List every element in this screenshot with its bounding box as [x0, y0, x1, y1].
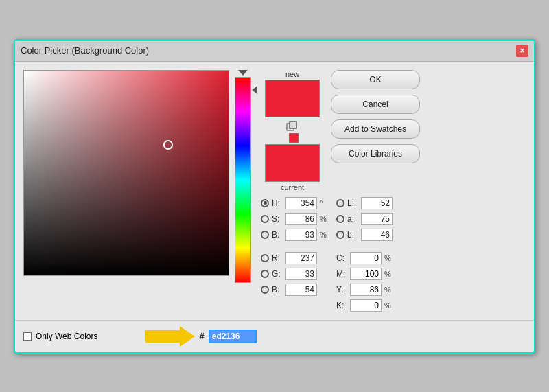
fields-area: H: ° S: % B: %	[261, 197, 394, 312]
radio-l[interactable]	[336, 199, 344, 207]
input-m[interactable]	[350, 268, 382, 280]
field-y: Y: %	[336, 284, 394, 296]
label-k: K:	[336, 301, 347, 310]
hsb-rgb-fields: H: ° S: % B: %	[261, 197, 329, 296]
hex-area: #	[145, 326, 256, 347]
radio-a[interactable]	[336, 215, 344, 223]
hash-symbol: #	[199, 331, 204, 341]
only-web-colors-label: Only Web Colors	[36, 332, 97, 341]
label-c: C:	[336, 253, 347, 263]
radio-b3[interactable]	[336, 231, 344, 239]
lab-cmyk-fields: L: a: b: C:	[336, 197, 394, 312]
input-g[interactable]	[285, 268, 317, 280]
dialog-body: new current	[15, 62, 534, 320]
radio-s[interactable]	[261, 215, 269, 223]
radio-b2[interactable]	[261, 286, 269, 294]
label-y: Y:	[336, 285, 347, 295]
unit-h: °	[320, 199, 329, 207]
field-m: M: %	[336, 268, 394, 280]
color-libraries-button[interactable]: Color Libraries	[331, 144, 420, 163]
only-web-colors-checkbox[interactable]	[23, 332, 32, 341]
label-g: G:	[272, 269, 283, 279]
input-y[interactable]	[350, 284, 382, 296]
cube-icon-area	[286, 120, 299, 143]
field-l: L:	[336, 197, 394, 209]
preview-current-color	[265, 144, 320, 182]
hex-input[interactable]	[209, 330, 257, 343]
label-a: a:	[347, 214, 358, 224]
unit-s: %	[320, 215, 329, 223]
yellow-arrow	[145, 326, 195, 347]
arrow-body	[145, 330, 180, 343]
field-b3: b:	[336, 229, 394, 241]
radio-g[interactable]	[261, 270, 269, 278]
field-c: C: %	[336, 252, 394, 264]
preview-new-color	[265, 80, 320, 117]
input-h[interactable]	[285, 197, 317, 209]
title-bar: Color Picker (Background Color) ×	[15, 41, 534, 62]
label-r: R:	[272, 253, 283, 263]
label-l: L:	[347, 198, 358, 208]
bottom-area: Only Web Colors #	[15, 320, 534, 352]
unit-b: %	[320, 231, 329, 239]
cube-icon	[286, 120, 299, 132]
radio-r[interactable]	[261, 254, 269, 262]
field-b2: B:	[261, 284, 329, 296]
left-section	[23, 70, 254, 312]
close-button[interactable]: ×	[516, 45, 528, 57]
label-m: M:	[336, 269, 347, 279]
preview-current-label: current	[281, 183, 304, 192]
add-to-swatches-button[interactable]: Add to Swatches	[331, 119, 420, 139]
label-b3: b:	[347, 230, 358, 240]
hue-slider[interactable]	[235, 77, 251, 283]
field-g: G:	[261, 268, 329, 280]
label-b: B:	[272, 230, 283, 240]
input-s[interactable]	[285, 213, 317, 225]
unit-k: %	[384, 301, 394, 310]
input-b[interactable]	[285, 229, 317, 241]
preview-area: new current	[265, 70, 320, 192]
color-swatch-icon	[289, 133, 299, 143]
field-a: a:	[336, 213, 394, 225]
color-selector-circle	[163, 140, 173, 150]
label-h: H:	[272, 198, 283, 208]
hue-indicator	[252, 86, 257, 94]
input-b3[interactable]	[361, 229, 393, 241]
radio-b[interactable]	[261, 231, 269, 239]
unit-c: %	[384, 254, 394, 262]
svg-rect-1	[290, 122, 296, 128]
hue-slider-container	[235, 70, 251, 312]
color-picker-dialog: Color Picker (Background Color) ×	[14, 39, 535, 354]
input-a[interactable]	[361, 213, 393, 225]
input-k[interactable]	[350, 299, 382, 312]
input-l[interactable]	[361, 197, 393, 209]
field-k: K: %	[336, 299, 394, 312]
web-colors-container: Only Web Colors	[23, 332, 97, 341]
input-r[interactable]	[285, 252, 317, 264]
unit-y: %	[384, 286, 394, 294]
label-b2: B:	[272, 285, 283, 295]
dialog-title: Color Picker (Background Color)	[21, 45, 149, 56]
label-s: S:	[272, 214, 283, 224]
field-h: H: °	[261, 197, 329, 209]
unit-m: %	[384, 270, 394, 278]
input-c[interactable]	[350, 252, 382, 264]
field-r: R:	[261, 252, 329, 264]
arrow-head	[180, 326, 195, 347]
buttons-column: OK Cancel Add to Swatches Color Librarie…	[331, 70, 420, 163]
svg-rect-3	[289, 133, 299, 143]
cancel-button[interactable]: Cancel	[331, 95, 420, 114]
input-b2[interactable]	[285, 284, 317, 296]
preview-new-label: new	[285, 70, 299, 78]
hue-arrow-top	[238, 70, 248, 76]
color-gradient-picker[interactable]	[23, 70, 229, 276]
ok-button[interactable]: OK	[331, 70, 420, 89]
radio-h[interactable]	[261, 199, 269, 207]
field-s: S: %	[261, 213, 329, 225]
field-b: B: %	[261, 229, 329, 241]
